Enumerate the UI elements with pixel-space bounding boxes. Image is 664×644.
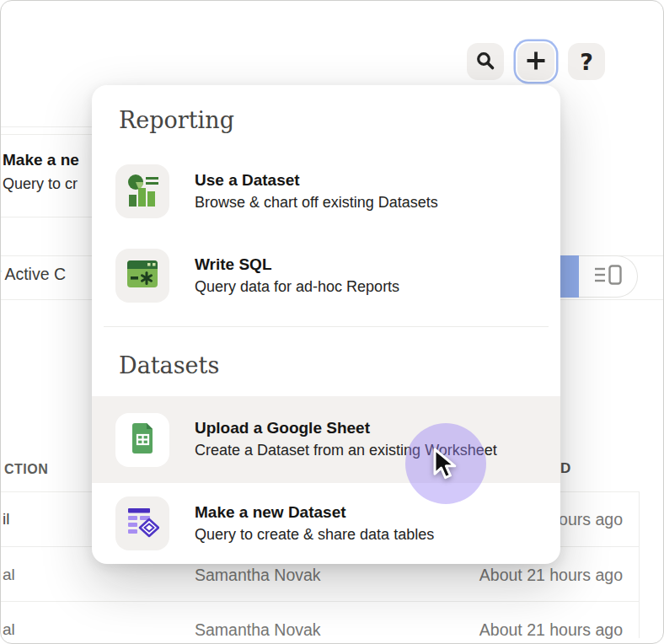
help-button[interactable]: ? [568, 43, 605, 80]
menu-item-subtitle: Browse & chart off existing Datasets [195, 191, 438, 214]
table-header-left: CTION [4, 462, 48, 477]
new-dataset-icon [126, 505, 159, 542]
menu-item-upload-google-sheet[interactable]: Upload a Google Sheet Create a Dataset f… [92, 396, 560, 483]
sql-window-icon [126, 257, 159, 294]
row-cell-fragment: al [3, 566, 15, 584]
filter-label: w Active C [0, 265, 66, 284]
menu-item-title: Write SQL [195, 254, 399, 276]
row-cell-fragment: al [3, 620, 15, 639]
row-cell-fragment: il [3, 510, 9, 529]
background-item-title: Make a ne [3, 151, 79, 169]
reporting-section-heading: Reporting [119, 104, 560, 137]
row-updated-time: About 21 hours ago [479, 566, 623, 585]
row-updated-time: About 21 hours ago [479, 620, 623, 640]
app-window: Make a ne Query to cr w Active C CTION D… [0, 0, 664, 644]
table-header-right: D [560, 460, 570, 477]
menu-item-use-a-dataset[interactable]: Use a Dataset Browse & chart off existin… [92, 149, 560, 233]
menu-item-title: Use a Dataset [195, 169, 438, 191]
menu-item-title: Make a new Dataset [195, 502, 434, 523]
row-owner: Samantha Novak [195, 566, 321, 585]
plus-icon [526, 51, 546, 73]
dataset-chart-icon [126, 173, 159, 210]
background-item-subtitle: Query to cr [3, 175, 78, 193]
table-right-border [639, 491, 640, 638]
view-toggle-list-segment[interactable] [579, 255, 638, 298]
menu-section-divider [104, 326, 549, 327]
icon-tile [115, 413, 169, 467]
question-mark-icon: ? [580, 51, 593, 73]
add-button[interactable] [517, 43, 554, 80]
icon-tile [115, 164, 169, 218]
google-sheet-icon [126, 421, 159, 459]
menu-item-subtitle: Query data for ad-hoc Reports [195, 276, 399, 298]
divider [1, 601, 639, 602]
icon-tile [115, 496, 169, 550]
icon-tile [115, 249, 169, 303]
datasets-section-heading: Datasets [119, 349, 560, 383]
menu-item-subtitle: Query to create & share data tables [195, 523, 434, 546]
add-new-dropdown-menu: Reporting Use a Dataset [92, 85, 560, 564]
menu-item-make-new-dataset[interactable]: Make a new Dataset Query to create & sha… [92, 483, 560, 564]
search-icon [475, 51, 495, 73]
row-owner: Samantha Novak [195, 620, 321, 640]
mouse-cursor-icon [432, 448, 461, 485]
list-view-icon [593, 264, 624, 289]
menu-item-write-sql[interactable]: Write SQL Query data for ad-hoc Reports [92, 233, 560, 318]
search-button[interactable] [467, 43, 504, 80]
